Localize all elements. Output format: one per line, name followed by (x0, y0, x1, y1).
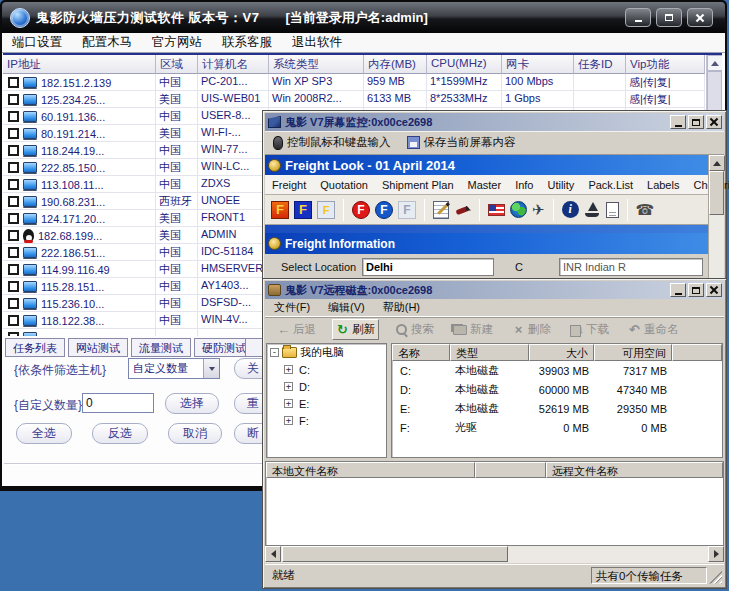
row-checkbox[interactable] (8, 77, 19, 88)
disk-toolbar-button[interactable]: × 删除 (509, 320, 554, 339)
scroll-left-button[interactable] (265, 546, 281, 562)
tab[interactable]: 网站测试 (68, 338, 128, 357)
disk-toolbar-button[interactable]: 新建 (450, 320, 496, 339)
menu-item[interactable]: 退出软件 (282, 34, 352, 51)
chevron-down-icon (209, 367, 215, 371)
host-row[interactable]: 125.234.25... 美国 UIS-WEB01 Win 2008R2...… (3, 91, 705, 108)
expand-icon[interactable]: + (284, 399, 293, 408)
maximize-button[interactable] (688, 283, 704, 297)
disk-toolbar-button[interactable]: ↶ 重命名 (625, 320, 682, 339)
scroll-thumb[interactable] (709, 171, 724, 215)
row-checkbox[interactable] (8, 247, 19, 258)
tree-root-my-computer[interactable]: - 我的电脑 (267, 344, 386, 361)
col-header-size[interactable]: 大小 (529, 344, 594, 361)
col-header-ip[interactable]: IP地址 (3, 55, 156, 74)
disk-toolbar-button[interactable]: ↻ 刷新 (332, 319, 379, 340)
host-region: 中国 (156, 74, 198, 91)
drive-type: 本地磁盘 (450, 401, 529, 416)
expand-icon[interactable]: + (284, 416, 293, 425)
close-button[interactable] (687, 8, 713, 27)
menu-item[interactable]: 编辑(V) (319, 300, 374, 315)
col-header-computer[interactable]: 计算机名 (198, 55, 269, 74)
col-header-system[interactable]: 系统类型 (269, 55, 364, 74)
menu-item[interactable]: 帮助(H) (374, 300, 429, 315)
tree-drive-item[interactable]: + E: (267, 395, 386, 412)
select-button[interactable]: 选择 (165, 393, 219, 414)
close-button[interactable] (706, 115, 722, 129)
disk-toolbar-button[interactable]: 下载 (567, 320, 612, 339)
drive-row[interactable]: E: 本地磁盘 52619 MB 29350 MB (392, 399, 722, 418)
disk-titlebar[interactable]: 鬼影 V7远程磁盘:0x00ce2698 (265, 281, 724, 299)
drive-free-space: 47340 MB (594, 384, 672, 396)
menu-item[interactable]: 端口设置 (2, 34, 72, 51)
menu-item[interactable]: 联系客服 (212, 34, 282, 51)
disk-toolbar-button[interactable]: ← 后退 (274, 320, 319, 339)
row-checkbox[interactable] (8, 128, 19, 139)
tree-drive-item[interactable]: + F: (267, 412, 386, 429)
col-header-vip[interactable]: Vip功能 (626, 55, 705, 74)
drive-row[interactable]: D: 本地磁盘 60000 MB 47340 MB (392, 380, 722, 399)
custom-count-input[interactable] (82, 393, 154, 413)
drive-row[interactable]: C: 本地磁盘 39903 MB 7317 MB (392, 361, 722, 380)
tab[interactable]: 流量测试 (131, 338, 191, 357)
row-checkbox[interactable] (8, 196, 19, 207)
local-file-header[interactable]: 本地文件名称 (266, 462, 475, 478)
row-checkbox[interactable] (8, 94, 19, 105)
tree-drive-item[interactable]: + C: (267, 361, 386, 378)
resize-grip[interactable] (709, 571, 722, 584)
col-header-taskid[interactable]: 任务ID (574, 55, 626, 74)
scroll-up-button[interactable] (707, 55, 722, 71)
row-checkbox[interactable] (8, 315, 19, 326)
col-header-memory[interactable]: 内存(MB) (364, 55, 427, 74)
collapse-icon[interactable]: - (270, 348, 279, 357)
main-titlebar[interactable]: 鬼影防火墙压力测试软件 版本号：V7 [当前登录用户名:admin] (2, 2, 725, 33)
monitor-toolbar-button[interactable]: 控制鼠标和键盘输入 (273, 135, 391, 150)
row-checkbox[interactable] (8, 230, 19, 241)
minimize-button[interactable] (625, 8, 651, 27)
col-header-region[interactable]: 区域 (156, 55, 198, 74)
horizontal-scrollbar[interactable] (265, 546, 724, 563)
drive-row[interactable]: F: 光驱 0 MB 0 MB (392, 418, 722, 437)
col-header-name[interactable]: 名称 (392, 344, 450, 361)
select-all-button[interactable]: 全选 (16, 423, 72, 444)
monitor-toolbar-button[interactable]: 保存当前屏幕内容 (407, 135, 516, 150)
scroll-track[interactable] (508, 546, 708, 563)
close-button[interactable] (706, 283, 722, 297)
row-checkbox[interactable] (8, 179, 19, 190)
maximize-button[interactable] (656, 8, 682, 27)
scroll-thumb[interactable] (282, 546, 508, 562)
col-header-cpu[interactable]: CPU(MHz) (427, 55, 502, 74)
row-checkbox[interactable] (8, 162, 19, 173)
scroll-up-button[interactable] (709, 155, 725, 171)
menu-item[interactable]: 配置木马 (72, 34, 142, 51)
invert-selection-button[interactable]: 反选 (92, 423, 148, 444)
menu-item[interactable]: 文件(F) (265, 300, 319, 315)
row-checkbox[interactable] (8, 213, 19, 224)
combobox-dropdown-button[interactable] (203, 359, 219, 378)
cancel-button[interactable]: 取消 (168, 423, 222, 444)
filter-combobox[interactable]: 自定义数量 (128, 358, 220, 379)
menu-item[interactable]: 官方网站 (142, 34, 212, 51)
monitor-titlebar[interactable]: 鬼影 V7屏幕监控:0x00ce2698 (265, 113, 724, 131)
row-checkbox[interactable] (8, 264, 19, 275)
host-monitor-icon (23, 94, 37, 105)
col-header-free[interactable]: 可用空间 (594, 344, 672, 361)
row-checkbox[interactable] (8, 145, 19, 156)
disk-toolbar-button[interactable]: 搜索 (392, 320, 437, 339)
col-header-nic[interactable]: 网卡 (502, 55, 574, 74)
tree-drive-item[interactable]: + D: (267, 378, 386, 395)
tab[interactable]: 任务列表 (5, 338, 65, 357)
expand-icon[interactable]: + (284, 382, 293, 391)
remote-file-header[interactable]: 远程文件名称 (546, 462, 723, 478)
row-checkbox[interactable] (8, 298, 19, 309)
minimize-button[interactable] (670, 283, 686, 297)
freight-menu-item: Freight (265, 179, 313, 191)
maximize-button[interactable] (688, 115, 704, 129)
row-checkbox[interactable] (8, 281, 19, 292)
expand-icon[interactable]: + (284, 365, 293, 374)
row-checkbox[interactable] (8, 111, 19, 122)
scroll-right-button[interactable] (708, 546, 724, 562)
host-row[interactable]: 182.151.2.139 中国 PC-201... Win XP SP3 95… (3, 74, 705, 91)
col-header-type[interactable]: 类型 (450, 344, 529, 361)
minimize-button[interactable] (670, 115, 686, 129)
